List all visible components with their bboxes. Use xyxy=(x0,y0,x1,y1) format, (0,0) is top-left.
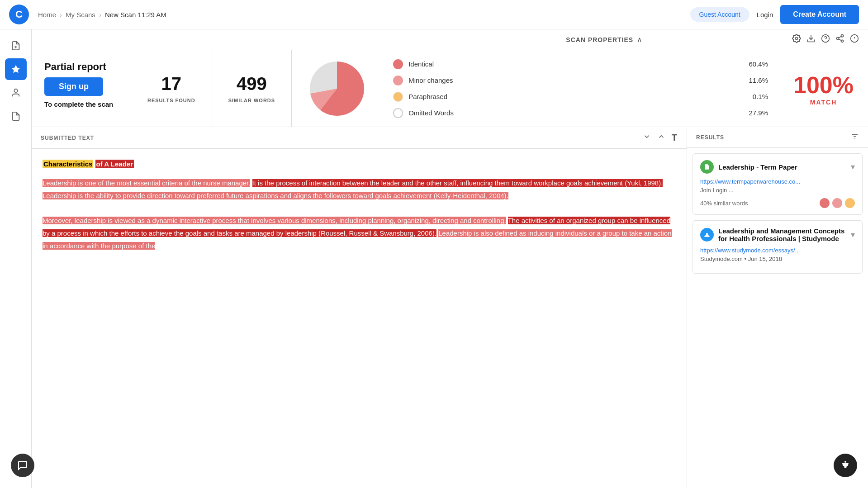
legend-label-identical: Identical xyxy=(408,60,741,68)
result-card-1: Leadership - Term Paper ▾ https://www.te… xyxy=(693,153,863,215)
breadcrumb: Home › My Scans › New Scan 11:29 AM xyxy=(38,11,166,19)
result-2-icon xyxy=(700,228,714,242)
result-2-title: Leadership and Management Concepts for H… xyxy=(718,227,846,242)
header: C Home › My Scans › New Scan 11:29 AM Gu… xyxy=(0,0,868,29)
scan-properties-title: SCAN PROPERTIES ∧ xyxy=(417,35,792,44)
signup-button[interactable]: Sign up xyxy=(44,77,103,96)
legend-dot-minor xyxy=(393,76,403,85)
result-card-2-header: Leadership and Management Concepts for H… xyxy=(700,227,855,242)
info-icon[interactable] xyxy=(850,34,859,45)
legend-label-omitted: Omitted Words xyxy=(408,109,741,117)
svg-point-10 xyxy=(841,40,844,42)
legend-pct-minor: 11.6% xyxy=(746,76,768,84)
legend-pct-omitted: 27.9% xyxy=(746,109,768,117)
results-found-panel: 17 RESULTS FOUND xyxy=(131,50,212,127)
pie-chart-section xyxy=(292,50,382,127)
breadcrumb-my-scans[interactable]: My Scans xyxy=(66,11,95,19)
submitted-text-header: SUBMITTED TEXT T xyxy=(32,127,687,149)
similar-words-number: 499 xyxy=(237,74,267,94)
breadcrumb-sep-1: › xyxy=(60,11,62,19)
svg-point-4 xyxy=(796,38,798,40)
filter-icon[interactable] xyxy=(851,133,859,142)
legend-label-paraphrased: Paraphrased xyxy=(408,93,741,100)
similar-words-panel: 499 SIMILAR WORDS xyxy=(212,50,292,127)
results-panel: RESULTS xyxy=(687,127,868,488)
result-card-2: Leadership and Management Concepts for H… xyxy=(693,220,863,274)
result-1-url[interactable]: https://www.termpaperwarehouse.co... xyxy=(700,178,855,185)
report-section: Partial report Sign up To complete the s… xyxy=(32,50,868,127)
sidebar-item-new-doc[interactable] xyxy=(5,35,27,57)
similar-words-label: SIMILAR WORDS xyxy=(228,98,275,103)
svg-line-12 xyxy=(839,36,841,38)
sidebar: ›| xyxy=(0,29,32,488)
breadcrumb-current: New Scan 11:29 AM xyxy=(105,11,166,19)
scan-properties-toggle[interactable]: ∧ xyxy=(637,35,642,44)
match-percentage: 100% xyxy=(793,71,854,99)
results-found-label: RESULTS FOUND xyxy=(147,98,195,103)
scan-properties-label: SCAN PROPERTIES xyxy=(566,36,633,43)
result-1-dot-2 xyxy=(832,198,842,208)
svg-point-9 xyxy=(837,38,839,40)
content-area: SUBMITTED TEXT T Characteristics xyxy=(32,127,868,488)
header-right: Guest Account Login Create Account xyxy=(690,5,859,24)
scroll-up-icon[interactable] xyxy=(657,133,665,143)
scan-properties-bar: SCAN PROPERTIES ∧ xyxy=(32,29,868,50)
legend-dot-identical xyxy=(393,59,403,69)
guest-account-button[interactable]: Guest Account xyxy=(690,7,749,22)
result-1-footer: 40% similar words xyxy=(700,198,855,208)
svg-point-8 xyxy=(841,35,844,37)
submitted-text-tools: T xyxy=(643,133,678,143)
complete-scan-text: To complete the scan xyxy=(44,100,118,108)
result-2-url[interactable]: https://www.studymode.com/essays/... xyxy=(700,247,855,254)
create-account-button[interactable]: Create Account xyxy=(780,5,859,24)
result-1-expand[interactable]: ▾ xyxy=(851,162,855,172)
match-section: 100% MATCH xyxy=(779,50,868,127)
result-1-dots xyxy=(820,198,855,208)
breadcrumb-sep-2: › xyxy=(99,11,101,19)
pie-chart xyxy=(310,62,364,116)
sidebar-item-user[interactable] xyxy=(5,82,27,104)
svg-marker-2 xyxy=(11,65,19,73)
result-1-dot-1 xyxy=(820,198,830,208)
results-found-number: 17 xyxy=(161,74,182,94)
scroll-down-icon[interactable] xyxy=(643,133,651,143)
result-1-dot-3 xyxy=(845,198,855,208)
sidebar-item-starred[interactable] xyxy=(5,58,27,80)
result-1-similar: 40% similar words xyxy=(700,200,748,207)
results-list[interactable]: Leadership - Term Paper ▾ https://www.te… xyxy=(687,148,868,488)
legend-pct-paraphrased: 0.1% xyxy=(746,93,768,100)
svg-point-20 xyxy=(844,461,846,463)
legend-section: Identical 60.4% Minor changes 11.6% Para… xyxy=(382,50,779,127)
app-body: ›| SCAN PROPERTIES ∧ xyxy=(0,29,868,488)
accessibility-button[interactable] xyxy=(834,454,857,477)
main-content: SCAN PROPERTIES ∧ xyxy=(32,29,868,488)
result-1-title: Leadership - Term Paper xyxy=(718,163,846,171)
svg-point-3 xyxy=(14,89,17,92)
scan-toolbar xyxy=(792,34,859,45)
submitted-text-panel: SUBMITTED TEXT T Characteristics xyxy=(32,127,687,488)
result-2-desc: Studymode.com • Jun 15, 2018 xyxy=(700,256,855,262)
result-1-icon xyxy=(700,160,714,174)
legend-item-identical: Identical 60.4% xyxy=(393,59,768,69)
legend-pct-identical: 60.4% xyxy=(746,60,768,68)
share-icon[interactable] xyxy=(835,34,844,45)
submitted-text-title: SUBMITTED TEXT xyxy=(41,135,94,141)
legend-item-paraphrased: Paraphrased 0.1% xyxy=(393,92,768,102)
login-button[interactable]: Login xyxy=(757,11,773,19)
breadcrumb-home[interactable]: Home xyxy=(38,11,56,19)
result-2-expand[interactable]: ▾ xyxy=(851,230,855,240)
result-1-desc: Join Login ... xyxy=(700,187,855,194)
font-size-icon[interactable]: T xyxy=(672,133,678,143)
legend-dot-omitted xyxy=(393,108,403,118)
legend-dot-paraphrased xyxy=(393,92,403,102)
download-icon[interactable] xyxy=(806,34,816,45)
legend-item-minor: Minor changes 11.6% xyxy=(393,76,768,85)
results-panel-title: RESULTS xyxy=(696,134,724,141)
settings-icon[interactable] xyxy=(792,34,801,45)
chat-bubble-button[interactable] xyxy=(11,454,34,477)
partial-report-title: Partial report xyxy=(44,61,118,73)
help-icon[interactable] xyxy=(821,34,830,45)
submitted-text-content[interactable]: Characteristics of A Leader Leadership i… xyxy=(32,149,687,488)
legend-label-minor: Minor changes xyxy=(408,76,741,84)
sidebar-item-docs[interactable] xyxy=(5,105,27,127)
